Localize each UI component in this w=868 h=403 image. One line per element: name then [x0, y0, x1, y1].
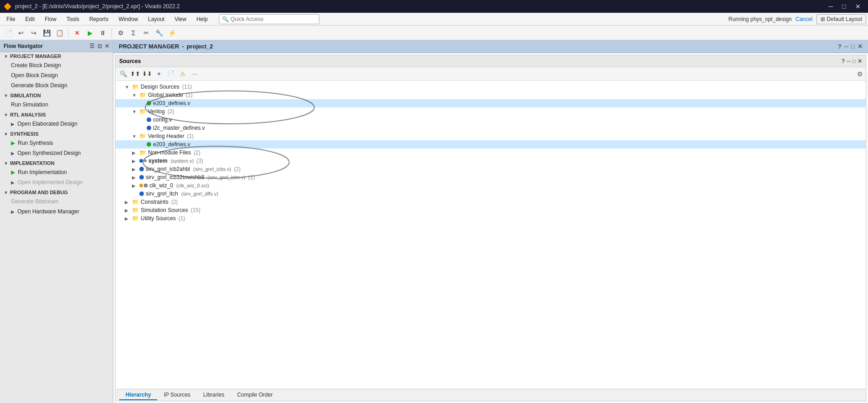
menu-edit[interactable]: Edit	[21, 15, 39, 24]
reports-button[interactable]: Σ	[128, 27, 139, 38]
tree-clk-wiz-0[interactable]: ▶ clk_wiz_0 (clk_wiz_0.xci)	[116, 181, 866, 190]
nav-open-elaborated-design[interactable]: ▶ Open Elaborated Design	[7, 119, 113, 129]
sources-collapse-all-button[interactable]: ⬆⬆	[130, 69, 140, 79]
pm-maximize-icon[interactable]: □	[851, 43, 855, 50]
tab-libraries[interactable]: Libraries	[197, 390, 231, 400]
menu-file[interactable]: File	[2, 15, 20, 24]
expand-clk-wiz-0[interactable]: ▶	[132, 183, 138, 188]
tab-ip-sources[interactable]: IP Sources	[157, 390, 196, 400]
tree-global-include[interactable]: ▼ 📁 Global Include (1)	[116, 91, 866, 99]
expand-sirv-icb32towishb8[interactable]: ▶	[132, 175, 138, 180]
tree-simulation-sources[interactable]: ▶ 📁 Simulation Sources (15)	[116, 206, 866, 214]
menu-flow[interactable]: Flow	[40, 15, 61, 24]
flash-button[interactable]: ⚡	[166, 27, 177, 38]
menu-layout[interactable]: Layout	[143, 15, 169, 24]
quick-access-search[interactable]: 🔍	[219, 14, 319, 24]
nav-run-synthesis[interactable]: ▶ Run Synthesis	[7, 138, 113, 148]
close-button[interactable]: ✕	[852, 2, 864, 11]
window-title: project_2 - [E:/xlinix/Vivado/project_2/…	[15, 3, 821, 10]
redo-button[interactable]: ↪	[28, 27, 39, 38]
nav-open-hardware-manager[interactable]: ▶ Open Hardware Manager	[7, 207, 113, 217]
nav-create-block-design[interactable]: Create Block Design	[7, 60, 113, 70]
maximize-button[interactable]: □	[839, 2, 850, 11]
tree-sirv-ltch[interactable]: sirv_gnrl_ltch (sirv_gnrl_dffs.v)	[116, 190, 866, 198]
expand-non-module-files[interactable]: ▶	[132, 150, 138, 155]
nav-open-implemented-design[interactable]: ▶ Open Implemented Design	[7, 177, 113, 187]
sources-search-button[interactable]: 🔍	[118, 69, 128, 79]
new-file-button[interactable]: 📄	[3, 27, 14, 38]
nav-open-synthesized-design[interactable]: ▶ Open Synthesized Design	[7, 148, 113, 158]
section-program-debug-header[interactable]: ▼ PROGRAM AND DEBUG	[0, 188, 113, 196]
expand-constraints[interactable]: ▶	[125, 200, 130, 205]
tree-sirv-icb2ahbl[interactable]: ▶ sirv_gnrl_icb2ahbl (sirv_gnrl_icbs.v) …	[116, 165, 866, 173]
tree-verilog-header[interactable]: ▼ 📁 Verilog Header (1)	[116, 132, 866, 140]
section-project-manager-header[interactable]: ▼ PROJECT MANAGER	[0, 52, 113, 60]
expand-design-sources[interactable]: ▼	[125, 85, 130, 90]
expand-simulation-sources[interactable]: ▶	[125, 208, 130, 213]
section-simulation-header[interactable]: ▼ SIMULATION	[0, 91, 113, 100]
undo-button[interactable]: ↩	[16, 27, 26, 38]
expand-verilog[interactable]: ▼	[132, 109, 138, 114]
save-button[interactable]: 💾	[41, 27, 52, 38]
nav-close-icon[interactable]: ✕	[105, 43, 109, 49]
sources-warning-button[interactable]: ⚠	[178, 69, 188, 79]
settings-button[interactable]: ⚙	[115, 27, 126, 38]
run-button[interactable]: ▶	[85, 27, 95, 38]
tree-verilog[interactable]: ▼ 📁 Verilog (2)	[116, 107, 866, 116]
nav-run-implementation[interactable]: ▶ Run Implementation	[7, 167, 113, 177]
section-implementation-header[interactable]: ▼ IMPLEMENTATION	[0, 159, 113, 167]
nav-pin-icon[interactable]: ☰	[90, 43, 95, 49]
tree-sirv-icb32towishb8[interactable]: ▶ sirv_gnrl_icb32towishb8 (sirv_gnrl_icb…	[116, 173, 866, 181]
menu-reports[interactable]: Reports	[85, 15, 113, 24]
pm-help-icon[interactable]: ?	[838, 43, 842, 50]
section-synthesis-header[interactable]: ▼ SYNTHESIS	[0, 130, 113, 138]
tree-utility-sources[interactable]: ▶ 📁 Utility Sources (1)	[116, 214, 866, 223]
sources-close-icon[interactable]: ✕	[857, 58, 862, 64]
clean-button[interactable]: ✂	[141, 27, 152, 38]
pause-button[interactable]: ⏸	[97, 27, 108, 38]
expand-global-include[interactable]: ▼	[132, 93, 138, 98]
tree-design-sources[interactable]: ▼ 📁 Design Sources (11)	[116, 83, 866, 91]
tree-system[interactable]: ▶ system (system.v) (3)	[116, 157, 866, 165]
menu-tools[interactable]: Tools	[62, 15, 84, 24]
tree-constraints[interactable]: ▶ 📁 Constraints (2)	[116, 198, 866, 206]
sources-settings-icon[interactable]: ⚙	[857, 70, 863, 78]
minimize-button[interactable]: ─	[825, 2, 837, 11]
sources-add-button[interactable]: +	[154, 69, 164, 79]
layout-selector[interactable]: ⊞ Default Layout	[816, 14, 866, 24]
sources-help-icon[interactable]: ?	[842, 58, 845, 64]
quick-access-input[interactable]	[231, 16, 313, 22]
chevron-icon: ▼	[4, 112, 8, 117]
sources-more-button[interactable]: ···	[190, 69, 200, 79]
nav-generate-bitstream[interactable]: Generate Bitstream	[7, 196, 113, 207]
sources-minimize-icon[interactable]: ─	[847, 58, 851, 64]
pm-close-icon[interactable]: ✕	[857, 43, 863, 50]
sources-maximize-icon[interactable]: □	[852, 58, 856, 64]
sources-info-button[interactable]: 📄	[166, 69, 176, 79]
tree-e203-defines-2[interactable]: e203_defines.v	[116, 140, 866, 148]
expand-sirv-icb2ahbl[interactable]: ▶	[132, 167, 138, 172]
tree-non-module-files[interactable]: ▶ 📁 Non-module Files (2)	[116, 148, 866, 157]
menu-help[interactable]: Help	[192, 15, 212, 24]
cancel-button[interactable]: Cancel	[795, 16, 812, 22]
expand-utility-sources[interactable]: ▶	[125, 216, 130, 221]
menu-window[interactable]: Window	[114, 15, 143, 24]
nav-run-simulation[interactable]: Run Simulation	[7, 100, 113, 110]
drc-button[interactable]: 🔧	[153, 27, 164, 38]
tab-compile-order[interactable]: Compile Order	[231, 390, 279, 400]
pm-minimize-icon[interactable]: ─	[844, 43, 848, 50]
nav-open-block-design[interactable]: Open Block Design	[7, 70, 113, 80]
nav-restore-icon[interactable]: ⊡	[97, 43, 102, 49]
tab-hierarchy[interactable]: Hierarchy	[119, 390, 157, 400]
tree-e203-defines-1[interactable]: e203_defines.v	[116, 99, 866, 107]
stop-button[interactable]: ✕	[72, 27, 83, 38]
tree-i2c-master-defines[interactable]: i2c_master_defines.v	[116, 124, 866, 132]
section-rtl-analysis-header[interactable]: ▼ RTL ANALYSIS	[0, 111, 113, 119]
nav-generate-block-design[interactable]: Generate Block Design	[7, 80, 113, 90]
sources-expand-all-button[interactable]: ⬇⬇	[142, 69, 152, 79]
save-as-button[interactable]: 📋	[54, 27, 65, 38]
menu-view[interactable]: View	[170, 15, 191, 24]
expand-verilog-header[interactable]: ▼	[132, 134, 138, 139]
tree-config-v[interactable]: config.v	[116, 116, 866, 124]
expand-system[interactable]: ▶	[132, 159, 138, 164]
